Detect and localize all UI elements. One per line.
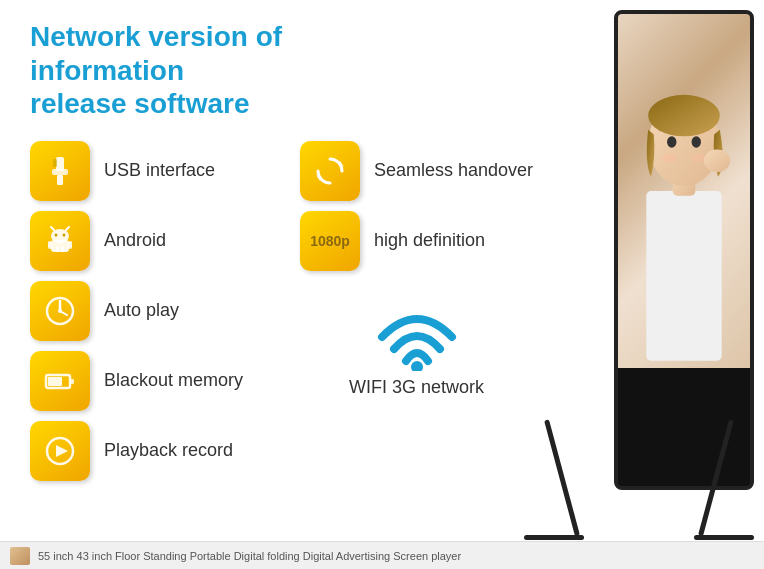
feature-seamless: Seamless handover (300, 141, 533, 201)
svg-marker-22 (56, 445, 68, 457)
svg-point-29 (648, 95, 720, 136)
footer-bar: 55 inch 43 inch Floor Standing Portable … (0, 541, 764, 569)
svg-line-8 (51, 227, 54, 230)
device-screen (618, 14, 750, 368)
svg-rect-13 (61, 246, 64, 252)
svg-rect-0 (56, 157, 64, 171)
svg-rect-5 (51, 240, 69, 252)
svg-rect-1 (52, 169, 68, 175)
feature-android: Android (30, 211, 290, 271)
autoplay-label: Auto play (104, 300, 179, 321)
main-container: Network version of information release s… (0, 0, 764, 569)
stand-base-right (694, 535, 754, 540)
android-label: Android (104, 230, 166, 251)
battery-icon (42, 363, 78, 399)
svg-rect-26 (646, 191, 721, 361)
svg-line-17 (60, 311, 67, 315)
svg-rect-10 (48, 241, 52, 249)
wifi-label: WIFI 3G network (349, 377, 484, 398)
hd-badge-box: 1080p (300, 211, 360, 271)
right-features: Seamless handover 1080p high definition (290, 141, 533, 481)
feature-autoplay: Auto play (30, 281, 290, 341)
wifi-section: WIFI 3G network (300, 299, 533, 398)
hd-label: high definition (374, 230, 485, 251)
svg-point-6 (55, 233, 58, 236)
svg-rect-3 (53, 159, 57, 167)
device-frame (614, 10, 754, 490)
svg-point-31 (692, 136, 701, 147)
android-icon-box (30, 211, 90, 271)
svg-line-9 (66, 227, 69, 230)
device-illustration (524, 10, 754, 540)
hd-badge-text: 1080p (310, 233, 350, 249)
feature-blackout: Blackout memory (30, 351, 290, 411)
seamless-label: Seamless handover (374, 160, 533, 181)
battery-icon-box (30, 351, 90, 411)
svg-rect-11 (68, 241, 72, 249)
clock-icon-box (30, 281, 90, 341)
page-title: Network version of information release s… (30, 20, 430, 121)
feature-hd: 1080p high definition (300, 211, 533, 271)
svg-point-25 (411, 361, 423, 371)
refresh-icon (312, 153, 348, 189)
svg-rect-2 (57, 175, 63, 185)
play-icon-box (30, 421, 90, 481)
svg-rect-19 (70, 379, 74, 384)
left-features: USB interface (30, 141, 290, 481)
title-line2: release software (30, 88, 249, 119)
person-svg (618, 14, 750, 368)
playback-label: Playback record (104, 440, 233, 461)
android-icon (42, 223, 78, 259)
play-icon (42, 433, 78, 469)
usb-icon (42, 153, 78, 189)
footer-thumbnail (10, 547, 30, 565)
svg-point-34 (704, 150, 730, 173)
svg-point-30 (667, 136, 676, 147)
clock-icon (42, 293, 78, 329)
svg-rect-20 (48, 377, 62, 386)
svg-rect-12 (56, 246, 59, 252)
wifi-icon (372, 299, 462, 371)
blackout-label: Blackout memory (104, 370, 243, 391)
title-line1: Network version of information (30, 21, 282, 86)
feature-playback: Playback record (30, 421, 290, 481)
refresh-icon-box (300, 141, 360, 201)
stand-left (544, 419, 580, 536)
feature-usb: USB interface (30, 141, 290, 201)
svg-point-33 (691, 153, 706, 162)
svg-point-7 (63, 233, 66, 236)
svg-point-32 (662, 153, 677, 162)
usb-label: USB interface (104, 160, 215, 181)
usb-icon-box (30, 141, 90, 201)
footer-text: 55 inch 43 inch Floor Standing Portable … (38, 550, 461, 562)
stand-base-left (524, 535, 584, 540)
